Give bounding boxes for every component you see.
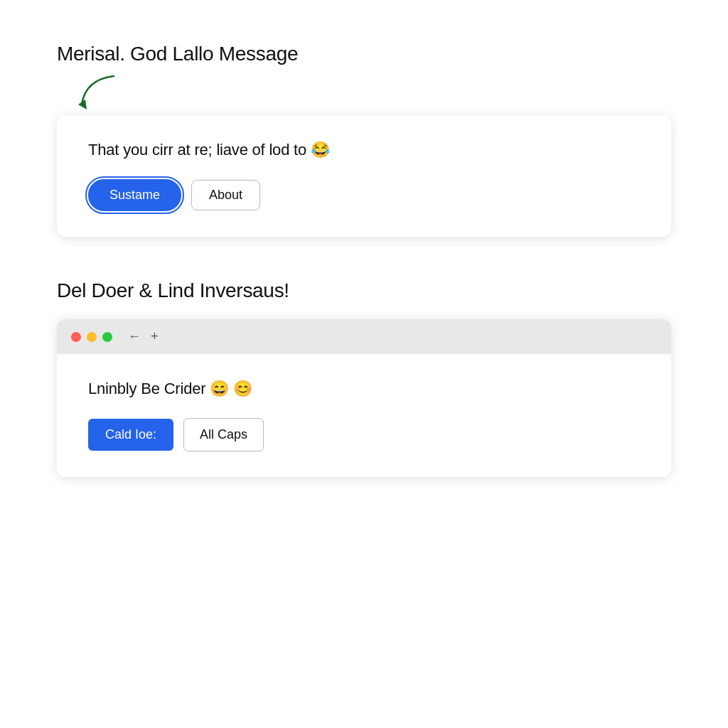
close-dot[interactable] bbox=[71, 332, 81, 342]
traffic-lights bbox=[71, 332, 112, 342]
section-2-title: Del Doer & Lind Inversaus! bbox=[57, 279, 671, 302]
browser-message: Lninbly Be Crider 😄 😊 bbox=[88, 380, 640, 398]
minimize-dot[interactable] bbox=[87, 332, 97, 342]
browser-window: ← + Lninbly Be Crider 😄 😊 Cald Ioe: All … bbox=[57, 319, 671, 477]
browser-titlebar: ← + bbox=[57, 319, 671, 354]
add-tab-button[interactable]: + bbox=[151, 329, 159, 344]
card-1-message: That you cirr at re; liave of lod to 😂 bbox=[88, 141, 640, 159]
section-2: Del Doer & Lind Inversaus! ← + Lninbly B… bbox=[57, 279, 671, 477]
sustame-button[interactable]: Sustame bbox=[88, 179, 181, 211]
card-1-buttons: Sustame About bbox=[88, 179, 640, 211]
section-1: Merisal. God Lallo Message That you cirr… bbox=[57, 43, 671, 237]
about-button[interactable]: About bbox=[191, 180, 260, 210]
section-1-title: Merisal. God Lallo Message bbox=[57, 43, 671, 65]
arrow-icon bbox=[71, 73, 128, 115]
all-caps-button[interactable]: All Caps bbox=[183, 418, 264, 451]
arrow-container bbox=[57, 73, 142, 115]
back-button[interactable]: ← bbox=[128, 329, 141, 344]
browser-nav: ← + bbox=[128, 329, 159, 344]
browser-content: Lninbly Be Crider 😄 😊 Cald Ioe: All Caps bbox=[57, 354, 671, 477]
cald-ioe-button[interactable]: Cald Ioe: bbox=[88, 419, 173, 451]
card-1: That you cirr at re; liave of lod to 😂 S… bbox=[57, 115, 671, 237]
maximize-dot[interactable] bbox=[102, 332, 112, 342]
browser-buttons: Cald Ioe: All Caps bbox=[88, 418, 640, 451]
